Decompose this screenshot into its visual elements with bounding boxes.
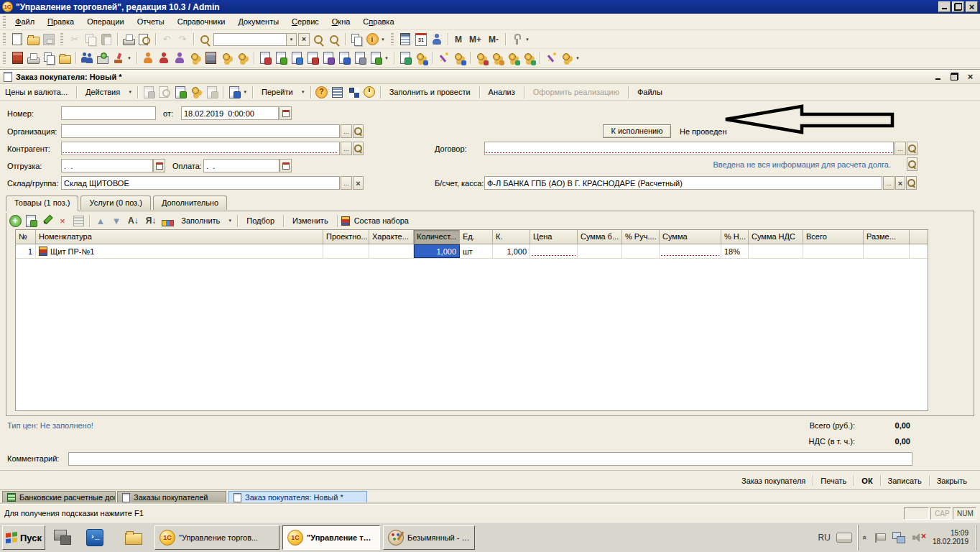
minimize-button[interactable] <box>938 1 951 12</box>
grid-empty-area[interactable] <box>16 259 928 410</box>
cell-vatp[interactable]: 18% <box>721 244 749 258</box>
menu-documents[interactable]: Документы <box>231 15 285 28</box>
document-minimize-button[interactable] <box>933 71 945 82</box>
cell-nom[interactable]: Щит ПР-№1 <box>36 244 323 258</box>
retail-documents-icon[interactable] <box>290 51 304 65</box>
sort-descending-icon[interactable]: Я↓ <box>143 213 160 228</box>
payment-calendar-icon-dropdown[interactable]: ▼ <box>575 56 580 60</box>
account-clear-button[interactable]: × <box>895 176 905 190</box>
counterparties-icon[interactable] <box>80 51 94 65</box>
warehouse-select-button[interactable]: ... <box>341 176 352 190</box>
comment-input[interactable] <box>68 452 912 466</box>
windows-list-icon[interactable] <box>349 32 364 47</box>
document-restore-button[interactable] <box>948 71 961 82</box>
warehouse-input[interactable] <box>61 176 340 190</box>
col-header-tot[interactable]: Всего <box>803 230 864 244</box>
menu-windows[interactable]: Окна <box>325 15 357 28</box>
sales-documents-icon[interactable] <box>274 51 288 65</box>
show-desktop-button[interactable] <box>976 525 980 551</box>
col-header-num[interactable]: № <box>16 230 36 244</box>
find-icon[interactable] <box>198 32 212 47</box>
col-header-vatp[interactable]: % Н... <box>721 230 749 244</box>
cash-flow-items-icon[interactable] <box>220 51 234 65</box>
col-header-sumb[interactable]: Сумма б... <box>578 230 622 244</box>
tab-additional[interactable]: Дополнительно <box>153 196 227 210</box>
post-and-transfer-icon-dropdown[interactable]: ▼ <box>243 90 247 94</box>
expand-tray-icon[interactable] <box>861 535 869 540</box>
cell-proj[interactable] <box>323 244 369 258</box>
tab-goods[interactable]: Товары (1 поз.) <box>6 196 78 211</box>
col-header-size[interactable]: Разме... <box>864 230 910 244</box>
post-and-transfer-icon[interactable] <box>227 85 241 99</box>
find-previous-icon[interactable] <box>327 32 341 47</box>
fill-column-icon[interactable] <box>160 213 175 228</box>
menu-edit[interactable]: Правка <box>41 15 80 28</box>
flag-icon[interactable] <box>874 533 886 543</box>
customers-icon[interactable] <box>141 51 155 65</box>
files-button[interactable]: Файлы <box>632 86 667 98</box>
cell-sumb[interactable] <box>578 244 622 258</box>
counterparty-select-button[interactable]: ... <box>341 142 352 155</box>
calculator-icon[interactable] <box>398 32 412 47</box>
find-next-icon[interactable] <box>311 32 325 47</box>
quick-launch-devices-icon[interactable] <box>52 528 72 548</box>
print-button[interactable]: Печать <box>813 474 854 487</box>
information-icon[interactable] <box>365 32 379 47</box>
move-down-icon[interactable]: ▼ <box>109 213 124 228</box>
incoming-payments-icon[interactable] <box>474 51 489 65</box>
service-settings-icon[interactable] <box>509 32 524 47</box>
date-input[interactable] <box>181 106 279 120</box>
taskbar-task-1c-1[interactable]: "Управление торгов... <box>154 525 279 550</box>
account-open-button[interactable] <box>906 176 917 190</box>
currencies-icon[interactable] <box>236 51 250 65</box>
quick-launch-powershell-icon[interactable] <box>85 528 105 548</box>
fill-button[interactable]: Заполнить <box>176 215 225 226</box>
list-settings-icon[interactable] <box>346 85 361 99</box>
new-document-icon[interactable] <box>10 32 24 47</box>
mdi-tab-current-order[interactable]: Заказ покупателя: Новый * <box>228 491 367 504</box>
payment-calendar-button[interactable] <box>279 159 292 172</box>
account-input[interactable] <box>484 176 882 190</box>
col-header-chr[interactable]: Характе... <box>369 230 414 244</box>
search-input[interactable] <box>214 34 286 45</box>
col-header-sum[interactable]: Сумма <box>660 230 721 244</box>
customer-orders-icon[interactable] <box>157 51 171 65</box>
cell-ruch[interactable] <box>622 244 660 258</box>
warehouse-clear-button[interactable]: × <box>353 176 364 190</box>
fill-dropdown-icon[interactable]: ▼ <box>228 218 232 223</box>
clear-find-icon[interactable]: × <box>298 33 310 46</box>
contract-open-button[interactable] <box>907 142 917 155</box>
report-wizard-icon[interactable] <box>544 51 558 65</box>
user-rights-icon[interactable] <box>430 32 444 47</box>
memory-button[interactable]: M <box>452 32 465 47</box>
cell-chr[interactable] <box>369 244 414 258</box>
col-header-unit[interactable]: Ед. <box>460 230 493 244</box>
start-button[interactable]: Пуск <box>2 525 45 550</box>
payment-orders-icon[interactable] <box>452 51 466 65</box>
save-button[interactable]: Записать <box>881 474 929 487</box>
timer-icon[interactable] <box>362 85 376 99</box>
menu-reports[interactable]: Отчеты <box>131 15 171 28</box>
fill-and-post-button[interactable]: Заполнить и провести <box>384 86 476 98</box>
document-register-icon[interactable] <box>369 51 383 65</box>
menu-catalogs[interactable]: Справочники <box>171 15 232 28</box>
sort-ascending-icon[interactable]: А↓ <box>125 213 142 228</box>
volume-muted-icon[interactable] <box>912 532 926 543</box>
close-document-button[interactable]: Закрыть <box>930 474 974 487</box>
outgoing-payments-icon[interactable] <box>490 51 504 65</box>
col-header-kf[interactable]: К. <box>493 230 530 244</box>
goto-dropdown-icon[interactable]: ▼ <box>301 90 305 94</box>
cell-kf[interactable]: 1,000 <box>493 244 530 258</box>
price-lists-icon[interactable] <box>353 51 367 65</box>
quick-launch-explorer-icon[interactable] <box>124 528 144 548</box>
ok-button[interactable]: ОК <box>854 474 879 487</box>
selection-button[interactable]: Подбор <box>241 215 279 226</box>
menu-operations[interactable]: Операции <box>80 15 130 28</box>
payment-receipts-icon[interactable] <box>506 51 520 65</box>
vat-documents-icon[interactable] <box>337 51 351 65</box>
language-indicator[interactable]: RU <box>812 533 836 543</box>
events-icon[interactable] <box>111 51 126 65</box>
cell-sum[interactable] <box>660 244 721 258</box>
col-header-qty[interactable]: Количест... <box>414 230 460 244</box>
col-header-vats[interactable]: Сумма НДС <box>749 230 803 244</box>
